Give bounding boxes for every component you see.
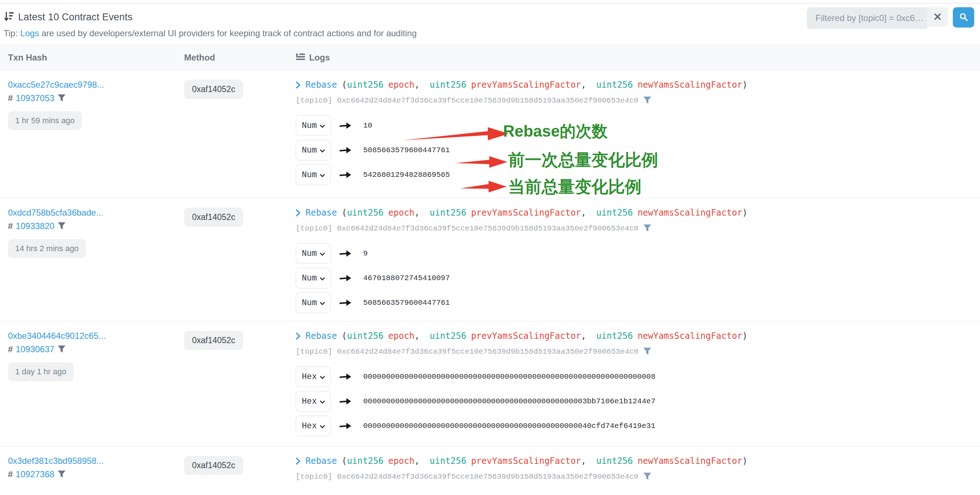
topic0-hash: 0xc6642d24d84e7f3d36ca39f5cce10e75639d9b… <box>337 224 639 232</box>
sig-paren-close: ) <box>742 456 747 466</box>
param-name: prevYamsScalingFactor <box>471 456 581 466</box>
param-name: epoch <box>388 331 414 341</box>
log-data-row: Hex0000000000000000000000000000000000000… <box>296 415 980 436</box>
txn-cell: 0xdcd758b5cfa36bade... #10933820 14 hrs … <box>0 208 184 321</box>
param-type: uint256 <box>347 331 383 341</box>
log-data-row: Hex0000000000000000000000000000000000000… <box>296 366 980 387</box>
block-line: #10930637 <box>8 344 184 354</box>
method-cell: 0xaf14052c <box>184 80 296 198</box>
value-type-select[interactable]: Num <box>296 293 331 313</box>
block-number-link[interactable]: 10930637 <box>16 344 54 354</box>
log-data-row: Num5085663579600447761 <box>296 293 980 313</box>
arrow-right-icon <box>339 248 352 258</box>
method-badge: 0xaf14052c <box>184 80 243 99</box>
value-type-select[interactable]: Hex <box>296 366 331 387</box>
param-type: uint256 <box>596 208 633 218</box>
value-type-label: Num <box>302 274 317 283</box>
chevron-down-icon <box>320 422 325 431</box>
block-number-link[interactable]: 10927368 <box>16 469 54 479</box>
value-type-label: Hex <box>302 372 317 382</box>
filter-by-topic-icon[interactable] <box>643 347 652 356</box>
log-value: 4670188072745410097 <box>363 274 450 282</box>
txn-hash-link[interactable]: 0xdcd758b5cfa36bade... <box>8 208 103 217</box>
chevron-down-icon <box>320 274 325 283</box>
arrow-right-icon <box>339 145 352 155</box>
param-name: newYamsScalingFactor <box>638 456 742 466</box>
value-type-select[interactable]: Num <box>296 140 331 161</box>
topic0-label: [topic0] <box>296 473 332 481</box>
block-line: #10937053 <box>8 93 184 103</box>
log-value: 9 <box>363 249 368 258</box>
column-header-logs-label: Logs <box>309 53 330 63</box>
sig-separator: , <box>581 208 592 218</box>
value-type-label: Num <box>302 249 317 258</box>
block-number-link[interactable]: 10933820 <box>16 221 54 231</box>
search-icon <box>959 12 969 23</box>
expand-chevron-icon[interactable] <box>296 332 301 340</box>
txn-hash-link[interactable]: 0xacc5e27c9caec9798... <box>8 80 104 89</box>
txn-hash-link[interactable]: 0xbe3404464c9012c65... <box>8 331 106 341</box>
filter-by-block-icon[interactable] <box>57 94 66 103</box>
event-row: 0x3def381c3bd958958... #10927368 0xaf140… <box>0 446 980 495</box>
value-type-select[interactable]: Num <box>296 268 331 288</box>
param-name: epoch <box>388 456 414 466</box>
clear-filter-button[interactable] <box>927 7 948 27</box>
filter-by-topic-icon[interactable] <box>643 224 652 233</box>
method-badge: 0xaf14052c <box>184 456 243 475</box>
filter-by-block-icon[interactable] <box>57 345 66 354</box>
block-number-link[interactable]: 10937053 <box>16 93 54 103</box>
event-name-link[interactable]: Rebase <box>305 80 337 90</box>
sort-amount-icon <box>4 11 14 23</box>
event-row: 0xbe3404464c9012c65... #10930637 1 day 1… <box>0 321 980 446</box>
method-badge: 0xaf14052c <box>184 208 243 227</box>
chevron-down-icon <box>320 397 325 406</box>
chevron-down-icon <box>320 298 325 308</box>
page-title: Latest 10 Contract Events <box>18 11 133 23</box>
event-name-link[interactable]: Rebase <box>305 456 337 466</box>
event-row: 0xdcd758b5cfa36bade... #10933820 14 hrs … <box>0 198 980 321</box>
value-type-select[interactable]: Num <box>296 164 331 185</box>
arrow-right-icon <box>339 273 352 283</box>
topic0-label: [topic0] <box>296 96 332 105</box>
log-data-row: Num4670188072745410097 <box>296 268 980 288</box>
log-data-row: Hex0000000000000000000000000000000000000… <box>296 391 980 412</box>
column-header-txn-hash: Txn Hash <box>0 53 184 63</box>
value-type-select[interactable]: Num <box>296 115 331 136</box>
topic0-hash: 0xc6642d24d84e7f3d36ca39f5cce10e75639d9b… <box>337 347 639 356</box>
column-header-method: Method <box>184 53 296 63</box>
expand-chevron-icon[interactable] <box>296 457 301 465</box>
hash-sign: # <box>8 221 13 231</box>
search-button[interactable] <box>953 7 974 27</box>
sig-separator: , <box>415 208 425 218</box>
value-type-select[interactable]: Hex <box>296 391 331 412</box>
filter-by-topic-icon[interactable] <box>643 472 652 481</box>
tip-line: Tip: Logs are used by developers/externa… <box>4 28 972 38</box>
event-name-link[interactable]: Rebase <box>305 208 337 218</box>
column-header-logs: Logs <box>296 53 980 63</box>
age-badge: 14 hrs 2 mins ago <box>8 239 86 258</box>
event-signature: Rebase(uint256epoch, uint256prevYamsScal… <box>296 331 980 341</box>
value-type-select[interactable]: Num <box>296 243 331 264</box>
expand-chevron-icon[interactable] <box>296 209 301 217</box>
txn-hash-link[interactable]: 0x3def381c3bd958958... <box>8 456 103 466</box>
topic0-line: [topic0]0xc6642d24d84e7f3d36ca39f5cce10e… <box>296 347 980 356</box>
param-type: uint256 <box>430 208 466 218</box>
event-name-link[interactable]: Rebase <box>305 331 337 341</box>
age-badge: 1 day 1 hr ago <box>8 362 73 381</box>
sig-separator: , <box>581 331 592 341</box>
filter-by-block-icon[interactable] <box>57 470 66 479</box>
arrow-right-icon <box>339 170 352 180</box>
logs-cell: Rebase(uint256epoch, uint256prevYamsScal… <box>296 331 980 446</box>
filter-by-topic-icon[interactable] <box>643 95 652 105</box>
param-name: prevYamsScalingFactor <box>471 80 581 90</box>
hash-sign: # <box>8 344 13 354</box>
filter-by-block-icon[interactable] <box>57 221 66 231</box>
arrow-right-icon <box>339 396 352 406</box>
block-line: #10933820 <box>8 221 184 231</box>
logs-doc-link[interactable]: Logs <box>20 28 39 38</box>
tip-suffix: are used by developers/external UI provi… <box>39 28 417 38</box>
expand-chevron-icon[interactable] <box>296 81 301 89</box>
sig-paren-close: ) <box>742 80 747 90</box>
topic-filter-input[interactable] <box>807 7 927 29</box>
value-type-select[interactable]: Hex <box>296 415 331 436</box>
